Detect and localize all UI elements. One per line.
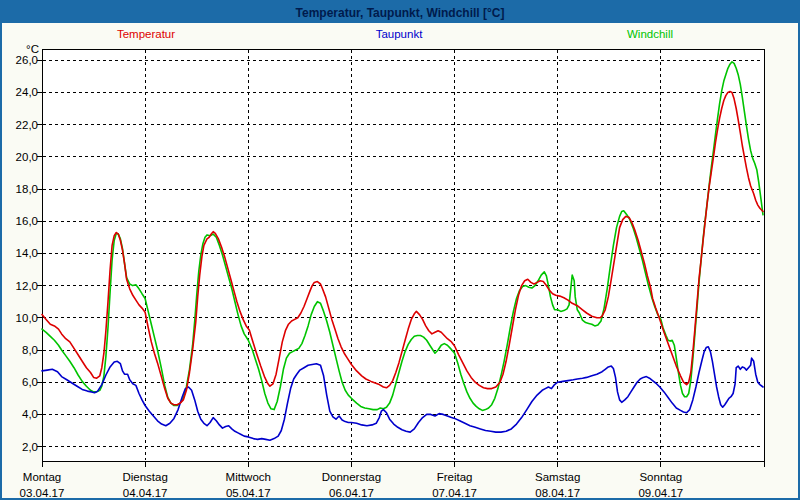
x-date-label: 07.04.17 xyxy=(432,487,477,499)
y-tick-label: 10,0 xyxy=(16,312,38,324)
x-weekday-label: Samstag xyxy=(535,471,580,483)
y-tick-label: 14,0 xyxy=(16,247,38,259)
x-date-label: 09.04.17 xyxy=(638,487,683,499)
y-tick-label: 8,0 xyxy=(22,344,38,356)
x-weekday-label: Donnerstag xyxy=(322,471,381,483)
y-axis-unit: °C xyxy=(26,43,39,55)
x-date-label: 08.04.17 xyxy=(535,487,580,499)
y-tick-label: 20,0 xyxy=(16,151,38,163)
y-tick-label: 16,0 xyxy=(16,215,38,227)
x-weekday-label: Mittwoch xyxy=(226,471,271,483)
x-weekday-label: Sonntag xyxy=(639,471,682,483)
x-weekday-label: Dienstag xyxy=(122,471,167,483)
x-date-label: 06.04.17 xyxy=(329,487,374,499)
x-weekday-label: Montag xyxy=(23,471,61,483)
y-tick-label: 24,0 xyxy=(16,86,38,98)
x-date-label: 03.04.17 xyxy=(20,487,65,499)
y-tick-label: 2,0 xyxy=(22,441,38,453)
x-date-label: 05.04.17 xyxy=(226,487,271,499)
y-tick-label: 4,0 xyxy=(22,408,38,420)
plot-background xyxy=(42,49,764,461)
x-date-label: 04.04.17 xyxy=(123,487,168,499)
y-tick-label: 18,0 xyxy=(16,183,38,195)
app-window: Temperatur, Taupunkt, Windchill [°C] Tem… xyxy=(0,0,800,500)
y-tick-label: 12,0 xyxy=(16,280,38,292)
y-tick-label: 6,0 xyxy=(22,376,38,388)
x-weekday-label: Freitag xyxy=(437,471,473,483)
y-tick-label: 22,0 xyxy=(16,119,38,131)
y-tick-label: 26,0 xyxy=(16,54,38,66)
temperature-chart: 26,024,022,020,018,016,014,012,010,08,06… xyxy=(2,2,800,500)
